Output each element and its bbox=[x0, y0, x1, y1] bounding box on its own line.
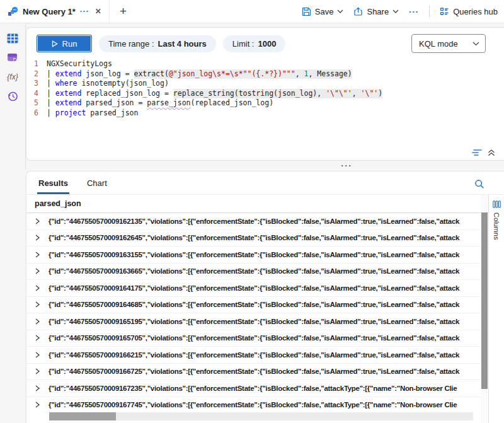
table-row[interactable]: {"id":"4467550570009162645","violations"… bbox=[26, 230, 481, 247]
line-number: 3 bbox=[26, 79, 47, 89]
expand-row-chevron-icon[interactable] bbox=[26, 218, 49, 224]
time-range-picker[interactable]: Time range : Last 4 hours bbox=[99, 35, 216, 52]
table-row[interactable]: {"id":"4467550570009163665","violations"… bbox=[26, 264, 481, 281]
code-token: 1 bbox=[304, 69, 309, 79]
row-json-value: {"id":"4467550570009166215","violations"… bbox=[49, 351, 481, 359]
query-editor[interactable]: 1NGXSecurityLogs2| extend json_log = ext… bbox=[26, 59, 504, 119]
code-line[interactable]: 3| where isnotempty(json_log) bbox=[26, 79, 504, 89]
chevron-down-icon bbox=[392, 9, 399, 13]
table-row[interactable]: {"id":"4467550570009165195","violations"… bbox=[26, 313, 481, 330]
table-row[interactable]: {"id":"4467550570009164685","violations"… bbox=[26, 297, 481, 314]
save-label: Save bbox=[315, 7, 334, 16]
code-token: @"json_log\s*=\s*""({.*?})""" bbox=[169, 69, 295, 79]
code-token: (replaced_json_log) bbox=[191, 98, 274, 108]
table-row[interactable]: {"id":"4467550570009163155","violations"… bbox=[26, 246, 481, 264]
table-row[interactable]: {"id":"4467550570009166215","violations"… bbox=[26, 347, 481, 364]
vertical-scrollbar[interactable] bbox=[481, 195, 488, 423]
query-mode-select[interactable]: KQL mode bbox=[411, 34, 486, 53]
queryset-logo-icon bbox=[8, 6, 18, 17]
code-line[interactable]: 2| extend json_log = extract(@"json_log\… bbox=[26, 69, 504, 79]
expand-row-chevron-icon[interactable] bbox=[26, 402, 49, 408]
columns-panel-toggle[interactable]: Columns bbox=[488, 195, 504, 423]
tab-new-query[interactable]: New Query 1* ··· ✕ bbox=[0, 0, 110, 23]
run-button[interactable]: Run bbox=[37, 35, 92, 52]
code-token: parsed_json = bbox=[81, 98, 147, 108]
more-actions-button[interactable]: ··· bbox=[409, 7, 419, 16]
splitter-handle[interactable]: ··· bbox=[341, 161, 353, 170]
code-line[interactable]: 4| extend replaced_json_log = replace_st… bbox=[26, 89, 504, 99]
table-row[interactable]: {"id":"4467550570009167745","violations"… bbox=[26, 397, 481, 412]
save-button[interactable]: Save bbox=[302, 7, 344, 16]
table-row[interactable]: {"id":"4467550570009165705","violations"… bbox=[26, 330, 481, 347]
panel-splitter[interactable]: ··· bbox=[26, 161, 504, 171]
code-token: | bbox=[47, 108, 55, 119]
horizontal-scrollbar-thumb[interactable] bbox=[49, 412, 116, 420]
code-token: isnotempty(json_log) bbox=[77, 79, 168, 89]
code-token: ) bbox=[348, 69, 352, 79]
query-window-icon[interactable] bbox=[7, 53, 19, 63]
table-icon[interactable] bbox=[7, 33, 18, 43]
row-json-value: {"id":"4467550570009166725","violations"… bbox=[49, 368, 481, 375]
query-mode-value: KQL mode bbox=[419, 39, 458, 49]
code-token: | bbox=[47, 89, 55, 99]
expand-row-chevron-icon[interactable] bbox=[26, 385, 49, 391]
columns-icon bbox=[493, 200, 501, 208]
code-token: , Message bbox=[308, 69, 347, 79]
play-icon bbox=[52, 40, 58, 47]
code-line[interactable]: 6| project parsed_json bbox=[26, 108, 504, 119]
code-token: replaced_json_log = bbox=[81, 89, 173, 99]
row-json-value: {"id":"4467550570009165705","violations"… bbox=[49, 334, 481, 342]
entity-rail: {fx} bbox=[0, 23, 26, 170]
code-line[interactable]: 1NGXSecurityLogs bbox=[26, 59, 504, 69]
code-token: extend bbox=[55, 98, 82, 108]
expand-row-chevron-icon[interactable] bbox=[26, 352, 49, 358]
code-token: extract( bbox=[134, 69, 169, 79]
table-row[interactable]: {"id":"4467550570009167235","violations"… bbox=[26, 380, 481, 397]
vertical-scrollbar-thumb[interactable] bbox=[481, 212, 488, 389]
tab-chart[interactable]: Chart bbox=[86, 173, 108, 194]
divider bbox=[429, 6, 430, 17]
function-icon[interactable]: {fx} bbox=[7, 72, 18, 81]
editor-corner-controls bbox=[472, 149, 495, 156]
new-tab-button[interactable]: + bbox=[110, 0, 137, 23]
queries-hub-label: Queries hub bbox=[453, 7, 498, 16]
row-json-value: {"id":"4467550570009167235","violations"… bbox=[49, 385, 481, 392]
queries-hub-icon bbox=[440, 7, 449, 16]
table-row[interactable]: {"id":"4467550570009164175","violations"… bbox=[26, 280, 481, 297]
row-json-value: {"id":"4467550570009163665","violations"… bbox=[49, 267, 481, 275]
format-lines-icon[interactable] bbox=[472, 149, 482, 156]
expand-row-chevron-icon[interactable] bbox=[26, 268, 49, 274]
expand-row-chevron-icon[interactable] bbox=[26, 318, 49, 325]
search-icon[interactable] bbox=[474, 179, 484, 189]
query-history-icon[interactable] bbox=[7, 91, 18, 102]
tab-results[interactable]: Results bbox=[37, 173, 69, 194]
queries-hub-button[interactable]: Queries hub bbox=[440, 7, 498, 16]
table-row[interactable]: {"id":"4467550570009166725","violations"… bbox=[26, 364, 481, 381]
horizontal-scrollbar[interactable] bbox=[49, 412, 473, 420]
header-actions: Save Share ··· bbox=[302, 0, 504, 23]
chevron-down-icon bbox=[337, 9, 343, 13]
limit-label: Limit : bbox=[232, 39, 255, 49]
collapse-editor-icon[interactable] bbox=[488, 149, 495, 156]
expand-row-chevron-icon[interactable] bbox=[26, 368, 49, 374]
limit-picker[interactable]: Limit : 1000 bbox=[223, 35, 286, 52]
expand-row-chevron-icon[interactable] bbox=[26, 252, 49, 258]
code-token: extend bbox=[55, 89, 82, 99]
code-token: json_log = bbox=[81, 69, 134, 79]
tab-more-icon[interactable]: ··· bbox=[80, 7, 89, 16]
line-number: 5 bbox=[26, 98, 47, 108]
line-number: 2 bbox=[26, 69, 47, 79]
column-header-parsed-json[interactable]: parsed_json bbox=[26, 195, 481, 213]
query-editor-panel: Run Time range : Last 4 hours Limit : 10… bbox=[26, 27, 504, 161]
code-token: parsed_json bbox=[86, 108, 138, 119]
expand-row-chevron-icon[interactable] bbox=[26, 285, 49, 291]
tab-close-icon[interactable]: ✕ bbox=[95, 7, 101, 16]
expand-row-chevron-icon[interactable] bbox=[26, 335, 49, 341]
expand-row-chevron-icon[interactable] bbox=[26, 301, 49, 308]
code-token: parse_json bbox=[147, 98, 190, 108]
expand-row-chevron-icon[interactable] bbox=[26, 235, 49, 241]
table-row[interactable]: {"id":"4467550570009162135","violations"… bbox=[26, 213, 481, 230]
share-button[interactable]: Share bbox=[353, 7, 399, 16]
code-line[interactable]: 5| extend parsed_json = parse_json(repla… bbox=[26, 98, 504, 108]
line-number: 6 bbox=[26, 108, 47, 119]
